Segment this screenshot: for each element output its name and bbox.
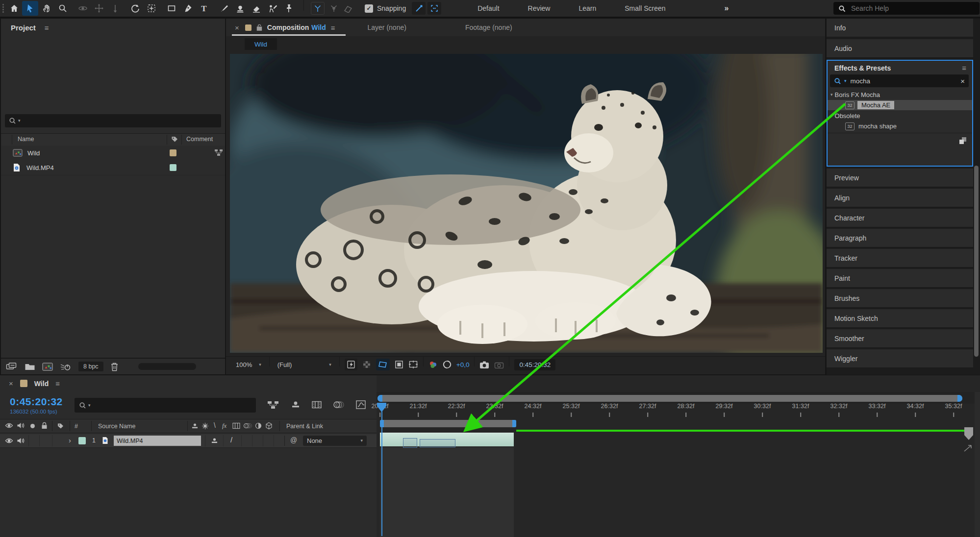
work-area-bar[interactable] — [380, 420, 516, 427]
motion-blur-icon[interactable] — [333, 400, 345, 410]
panel-tab-preview[interactable]: Preview — [827, 169, 973, 187]
panel-tab-audio[interactable]: Audio — [827, 39, 973, 58]
new-folder-icon[interactable] — [25, 363, 35, 371]
workspace-default[interactable]: Default — [477, 4, 499, 12]
close-tab-icon[interactable]: × — [235, 24, 239, 32]
mini-flowchart-icon[interactable] — [267, 400, 280, 410]
current-timecode[interactable]: 0:45:20:32 — [10, 396, 63, 408]
label-color-swatch[interactable] — [170, 164, 176, 171]
brush-tool-icon[interactable] — [216, 1, 232, 16]
snap-arrow-icon[interactable] — [412, 2, 426, 15]
label-color-swatch[interactable] — [170, 149, 176, 156]
project-search-box[interactable]: ▾ — [5, 114, 221, 127]
type-tool-icon[interactable]: T — [196, 1, 212, 16]
panel-tab-align[interactable]: Align — [827, 189, 973, 207]
local-axis-icon[interactable] — [311, 2, 325, 15]
effects-search-input[interactable] — [850, 77, 958, 85]
effect-item-mocha-shape[interactable]: 32 mocha shape — [828, 121, 972, 131]
panel-tab-smoother[interactable]: Smoother — [827, 329, 973, 348]
view-axis-icon[interactable] — [343, 4, 352, 13]
timeline-search-box[interactable]: ▾ — [75, 398, 256, 413]
effects-group-borisfx[interactable]: ▾ Boris FX Mocha — [828, 90, 972, 99]
magnification-dropdown[interactable]: 100%▾ — [233, 361, 264, 368]
channels-icon[interactable] — [428, 360, 438, 369]
workspace-learn[interactable]: Learn — [578, 4, 596, 12]
search-options-chevron[interactable]: ▾ — [18, 119, 21, 123]
panel-tab-wiggler[interactable]: Wiggler — [827, 349, 973, 368]
selection-tool-icon[interactable] — [22, 1, 38, 16]
layer-name[interactable]: Wild.MP4 — [114, 436, 201, 446]
effects-group-obsolete[interactable]: ▾ Obsolete — [828, 111, 972, 121]
panel-drag-handle[interactable] — [0, 4, 6, 13]
column-name[interactable]: Name — [18, 136, 34, 143]
exposure-reset-icon[interactable] — [443, 360, 452, 369]
workspace-small-screen[interactable]: Small Screen — [625, 4, 665, 12]
timeline-tab-wild[interactable]: Wild — [34, 380, 49, 388]
region-of-interest-icon[interactable] — [395, 360, 403, 369]
hand-tool-icon[interactable] — [38, 1, 54, 16]
effect-item-mocha-ae[interactable]: 32 Mocha AE — [828, 100, 972, 110]
layer-audio-icon[interactable] — [17, 437, 25, 444]
flowchart-button-icon[interactable] — [963, 444, 974, 453]
world-axis-icon[interactable] — [329, 4, 338, 13]
puppet-pin-tool-icon[interactable] — [280, 1, 297, 16]
work-area-end-handle[interactable] — [512, 420, 516, 427]
clone-stamp-tool-icon[interactable] — [232, 1, 248, 16]
clear-search-icon[interactable]: × — [960, 77, 965, 85]
zoom-tool-icon[interactable] — [54, 1, 71, 16]
workspace-overflow-button[interactable]: » — [725, 4, 729, 13]
eraser-tool-icon[interactable] — [248, 1, 264, 16]
viewer-menu-icon[interactable]: ≡ — [331, 24, 335, 32]
flowchart-icon[interactable] — [214, 148, 224, 157]
parent-link-dropdown[interactable]: None ▾ — [303, 436, 367, 446]
panel-tab-brushes[interactable]: Brushes — [827, 289, 973, 308]
resolution-dropdown[interactable]: (Full)▾ — [275, 361, 334, 368]
new-panel-icon[interactable] — [958, 136, 967, 145]
search-options-chevron[interactable]: ▾ — [844, 79, 847, 83]
panel-tab-info[interactable]: Info — [827, 19, 973, 37]
layer-row-wild-mp4[interactable]: › 1 Wild.MP4 / @ None ▾ — [0, 434, 377, 448]
parent-link-column-header[interactable]: Parent & Link — [286, 423, 323, 430]
home-icon[interactable] — [6, 1, 22, 16]
snapshot-icon[interactable] — [479, 361, 489, 368]
rectangle-tool-icon[interactable] — [163, 1, 179, 16]
frame-blending-icon[interactable] — [311, 400, 322, 410]
color-depth-button[interactable]: 8 bpc — [78, 362, 103, 371]
horizontal-scrollbar[interactable] — [138, 363, 196, 370]
pickwhip-icon[interactable]: @ — [290, 436, 297, 444]
comp-marker-bin-icon[interactable] — [963, 426, 975, 441]
viewer-timecode[interactable]: 0:45:20:32 — [514, 359, 555, 370]
effects-search-box[interactable]: ▾ × — [830, 74, 969, 87]
unlock-icon[interactable] — [256, 24, 262, 31]
composition-image[interactable] — [230, 54, 823, 353]
search-options-chevron[interactable]: ▾ — [88, 403, 91, 408]
pan-behind-tool-icon[interactable] — [143, 1, 159, 16]
layer-color-swatch[interactable] — [78, 437, 86, 444]
orbit-camera-tool-icon[interactable] — [75, 1, 91, 16]
project-search-input[interactable] — [23, 117, 221, 125]
timeline-menu-icon[interactable]: ≡ — [55, 379, 60, 388]
selection-box[interactable] — [403, 438, 417, 448]
fast-previews-icon[interactable] — [345, 359, 357, 370]
index-column-header[interactable]: # — [75, 423, 78, 430]
label-column-tag-icon[interactable] — [171, 135, 178, 143]
source-name-column-header[interactable]: Source Name — [98, 423, 135, 430]
layer-video-eye-icon[interactable] — [5, 438, 13, 444]
panel-tab-motion-sketch[interactable]: Motion Sketch — [827, 309, 973, 328]
project-item-wild[interactable]: Wild — [1, 146, 225, 161]
column-comment[interactable]: Comment — [186, 136, 213, 143]
panel-tab-paragraph[interactable]: Paragraph — [827, 229, 973, 247]
roto-brush-tool-icon[interactable] — [264, 1, 280, 16]
playhead-marker[interactable] — [377, 403, 386, 412]
panel-tab-paint[interactable]: Paint — [827, 269, 973, 288]
dolly-camera-tool-icon[interactable] — [107, 1, 123, 16]
exposure-value[interactable]: +0,0 — [456, 361, 470, 368]
time-navigator-bar[interactable] — [377, 395, 962, 402]
new-composition-icon[interactable] — [42, 363, 53, 371]
comp-label-swatch[interactable] — [245, 24, 251, 31]
close-tab-icon[interactable]: × — [9, 379, 13, 388]
playhead-line[interactable] — [381, 404, 382, 536]
tab-layer[interactable]: Layer (none) — [368, 24, 406, 31]
panel-tab-character[interactable]: Character — [827, 209, 973, 227]
vertical-scrollbar[interactable] — [974, 166, 979, 357]
